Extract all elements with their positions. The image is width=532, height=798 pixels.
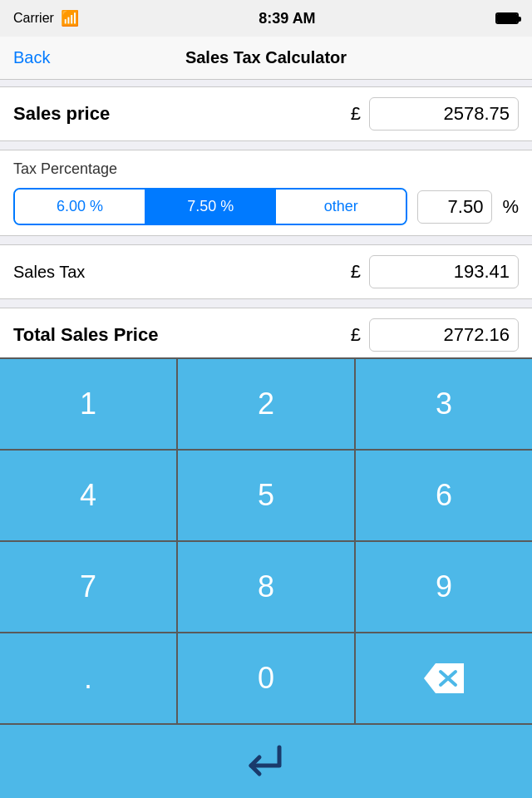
total-sales-label: Total Sales Price — [13, 324, 351, 346]
svg-marker-0 — [424, 663, 464, 693]
key-dot[interactable]: . — [0, 633, 176, 723]
percent-symbol: % — [502, 196, 519, 218]
total-sales-currency: £ — [351, 324, 361, 346]
sales-tax-label: Sales Tax — [13, 263, 351, 282]
sales-price-row: Sales price £ — [0, 86, 532, 141]
key-2[interactable]: 2 — [178, 359, 354, 449]
segment-7-5-percent[interactable]: 7.50 % — [145, 190, 276, 224]
sales-price-currency: £ — [351, 103, 361, 125]
segment-6-percent[interactable]: 6.00 % — [15, 190, 145, 224]
keypad: 1 2 3 4 5 6 7 8 9 . 0 — [0, 357, 532, 798]
time-display: 8:39 AM — [259, 10, 315, 27]
status-bar-left: Carrier 📶 — [13, 9, 79, 27]
total-sales-row: Total Sales Price £ — [0, 308, 532, 362]
segment-control: 6.00 % 7.50 % other — [13, 188, 407, 225]
key-7[interactable]: 7 — [0, 542, 176, 632]
sales-price-label: Sales price — [13, 103, 351, 125]
wifi-icon: 📶 — [61, 9, 79, 27]
tax-percentage-section: Tax Percentage 6.00 % 7.50 % other % — [0, 150, 532, 236]
sales-tax-input[interactable] — [369, 255, 519, 288]
page-title: Sales Tax Calculator — [185, 48, 347, 67]
key-8[interactable]: 8 — [178, 542, 354, 632]
key-0[interactable]: 0 — [178, 633, 354, 723]
nav-bar: Back Sales Tax Calculator — [0, 37, 532, 80]
key-1[interactable]: 1 — [0, 359, 176, 449]
key-delete[interactable] — [356, 633, 532, 723]
tax-controls-row: 6.00 % 7.50 % other % — [13, 188, 519, 225]
key-5[interactable]: 5 — [178, 451, 354, 540]
sales-tax-row: Sales Tax £ — [0, 244, 532, 299]
segment-other[interactable]: other — [276, 190, 406, 224]
other-tax-input[interactable] — [417, 190, 492, 224]
content-area: Sales price £ Tax Percentage 6.00 % 7.50… — [0, 80, 532, 362]
done-button[interactable] — [0, 723, 532, 798]
sales-tax-currency: £ — [351, 261, 361, 283]
carrier-label: Carrier — [13, 11, 54, 26]
battery-icon — [495, 12, 519, 24]
status-bar: Carrier 📶 8:39 AM — [0, 0, 532, 37]
status-bar-right — [495, 12, 519, 24]
sales-price-input[interactable] — [369, 97, 519, 131]
keypad-grid: 1 2 3 4 5 6 7 8 9 . 0 — [0, 357, 532, 723]
done-icon — [243, 741, 289, 782]
tax-section-label: Tax Percentage — [13, 160, 519, 178]
total-sales-input[interactable] — [369, 318, 519, 352]
key-6[interactable]: 6 — [356, 451, 532, 540]
key-9[interactable]: 9 — [356, 542, 532, 632]
delete-icon — [424, 663, 464, 693]
key-3[interactable]: 3 — [356, 359, 532, 449]
key-4[interactable]: 4 — [0, 451, 176, 540]
back-button[interactable]: Back — [13, 48, 50, 67]
